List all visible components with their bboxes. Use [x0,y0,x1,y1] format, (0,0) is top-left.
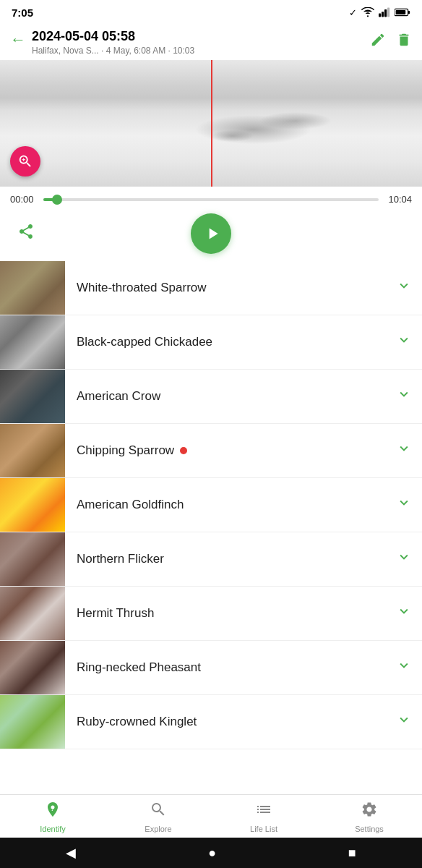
red-dot-chipping-sparrow [180,447,187,454]
nav-item-identify[interactable]: ? Identify [31,801,74,833]
header-left: ← 2024-05-04 05:58 Halifax, Nova S... · … [10,29,194,56]
bird-list: White-throated SparrowBlack-capped Chick… [0,261,422,749]
status-bar: 7:05 ✓ [0,0,422,23]
playback-start-time: 00:00 [10,194,36,205]
bird-name-ring-necked-pheasant: Ring-necked Pheasant [65,660,396,675]
playback-slider[interactable] [43,198,379,201]
bird-item-chipping-sparrow[interactable]: Chipping Sparrow [0,424,422,478]
bird-thumb-ruby-crowned-kinglet [0,695,65,749]
playback-bar: 00:00 10:04 [0,187,422,208]
wifi-icon [361,7,374,17]
bird-name-hermit-thrush: Hermit Thrush [65,606,396,621]
status-time: 7:05 [12,7,33,19]
life-list-icon [255,801,272,822]
settings-icon [361,801,378,822]
edit-button[interactable] [370,32,386,52]
checkmark-ring-necked-pheasant [396,658,422,678]
android-home[interactable]: ● [208,846,216,861]
bird-item-ruby-crowned-kinglet[interactable]: Ruby-crowned Kinglet [0,695,422,749]
battery-icon [395,8,410,17]
checkmark-american-crow [396,386,422,407]
bird-thumb-hermit-thrush [0,587,65,640]
bird-name-chipping-sparrow: Chipping Sparrow [65,443,396,458]
svg-rect-3 [387,8,389,17]
bottom-nav: ? Identify Explore Life List Settings [0,794,422,838]
bird-thumb-ring-necked-pheasant [0,641,65,694]
nav-item-life-list[interactable]: Life List [242,801,285,833]
svg-rect-1 [382,12,384,17]
bird-name-black-capped-chickadee: Black-capped Chickadee [65,335,396,349]
android-nav: ◀ ● ■ [0,838,422,868]
header-title: 2024-05-04 05:58 [32,29,194,44]
bird-item-american-goldfinch[interactable]: American Goldfinch [0,478,422,532]
bird-name-american-goldfinch: American Goldfinch [65,498,396,512]
spectrogram-playhead [211,60,212,187]
checkmark-white-throated-sparrow [396,278,422,298]
explore-label: Explore [145,825,171,833]
zoom-button[interactable] [10,146,40,176]
header-subtitle: Halifax, Nova S... · 4 May, 6:08 AM · 10… [32,46,194,56]
bird-thumb-white-throated-sparrow [0,261,65,315]
header-title-block: 2024-05-04 05:58 Halifax, Nova S... · 4 … [32,29,194,56]
bird-name-northern-flicker: Northern Flicker [65,552,396,566]
playback-thumb [52,195,62,205]
back-button[interactable]: ← [10,30,26,49]
life-list-label: Life List [250,825,277,833]
bird-thumb-black-capped-chickadee [0,315,65,369]
bird-name-white-throated-sparrow: White-throated Sparrow [65,281,396,295]
bird-thumb-northern-flicker [0,532,65,586]
bird-item-white-throated-sparrow[interactable]: White-throated Sparrow [0,261,422,315]
svg-rect-6 [396,10,406,14]
explore-icon [150,801,167,822]
checkmark-northern-flicker [396,549,422,569]
bird-item-ring-necked-pheasant[interactable]: Ring-necked Pheasant [0,641,422,695]
identify-icon: ? [44,801,61,822]
bird-name-ruby-crowned-kinglet: Ruby-crowned Kinglet [65,715,396,729]
checkmark-chipping-sparrow [396,441,422,461]
svg-rect-0 [379,14,381,17]
identify-label: Identify [40,825,65,833]
controls-row [0,208,422,261]
check-icon: ✓ [349,7,357,18]
delete-button[interactable] [396,32,412,52]
svg-text:?: ? [51,806,54,812]
play-button[interactable] [191,213,231,254]
android-back[interactable]: ◀ [66,845,76,861]
header-actions [370,32,412,52]
bird-item-northern-flicker[interactable]: Northern Flicker [0,532,422,587]
nav-item-settings[interactable]: Settings [348,801,391,833]
signal-icon [379,7,390,17]
status-icons: ✓ [349,7,410,18]
nav-item-explore[interactable]: Explore [137,801,180,833]
bird-thumb-chipping-sparrow [0,424,65,477]
bird-name-american-crow: American Crow [65,389,396,404]
bird-thumb-american-crow [0,370,65,423]
checkmark-american-goldfinch [396,495,422,515]
header: ← 2024-05-04 05:58 Halifax, Nova S... · … [0,23,422,60]
bird-item-black-capped-chickadee[interactable]: Black-capped Chickadee [0,315,422,370]
svg-rect-2 [384,9,387,17]
playback-end-time: 10:04 [386,194,412,205]
android-recents[interactable]: ■ [348,846,356,861]
share-button[interactable] [17,223,35,244]
bird-item-hermit-thrush[interactable]: Hermit Thrush [0,587,422,641]
svg-rect-5 [408,11,410,14]
checkmark-ruby-crowned-kinglet [396,712,422,732]
settings-label: Settings [355,825,384,833]
bird-thumb-american-goldfinch [0,478,65,532]
spectrogram [0,60,422,187]
checkmark-hermit-thrush [396,603,422,624]
bird-item-american-crow[interactable]: American Crow [0,370,422,424]
checkmark-black-capped-chickadee [396,332,422,352]
